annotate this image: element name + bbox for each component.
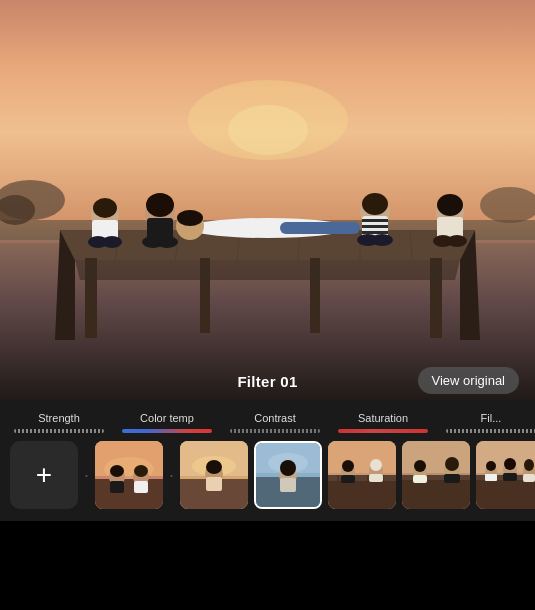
- svg-rect-113: [523, 474, 535, 482]
- filter-label: Filter 01: [237, 373, 297, 390]
- adjustment-filter: Fil...: [446, 412, 535, 433]
- filmstrip-thumb-5[interactable]: [402, 441, 470, 509]
- svg-point-38: [362, 193, 388, 215]
- filmstrip-thumb-6[interactable]: [476, 441, 535, 509]
- svg-point-86: [342, 460, 354, 472]
- svg-point-46: [437, 194, 463, 216]
- svg-point-109: [504, 458, 516, 470]
- contrast-slider[interactable]: [230, 429, 320, 433]
- adjustment-saturation: Saturation: [338, 412, 428, 433]
- svg-point-3: [228, 105, 308, 155]
- svg-rect-69: [206, 477, 222, 491]
- dot-separator-2: ·: [169, 465, 174, 486]
- adjustments-row: Strength Color temp Contrast Saturation …: [0, 412, 535, 433]
- svg-point-61: [134, 465, 148, 477]
- svg-rect-87: [341, 475, 355, 483]
- svg-point-58: [110, 465, 124, 477]
- svg-point-24: [93, 198, 117, 218]
- adjustment-contrast: Contrast: [230, 412, 320, 433]
- adjustment-colortemp: Color temp: [122, 412, 212, 433]
- svg-rect-59: [110, 481, 124, 493]
- svg-rect-41: [362, 225, 388, 228]
- contrast-label: Contrast: [254, 412, 296, 424]
- svg-rect-92: [402, 441, 470, 473]
- add-icon: +: [36, 461, 52, 489]
- svg-point-112: [524, 459, 534, 471]
- photo-area: Filter 01 View original: [0, 0, 535, 400]
- strength-slider[interactable]: [14, 429, 104, 433]
- filmstrip-thumb-4[interactable]: [328, 441, 396, 509]
- svg-rect-107: [485, 474, 497, 481]
- svg-point-35: [177, 210, 203, 226]
- svg-rect-97: [413, 475, 427, 483]
- svg-point-29: [146, 193, 174, 217]
- saturation-slider[interactable]: [338, 429, 428, 433]
- controls-panel: Strength Color temp Contrast Saturation …: [0, 400, 535, 521]
- filter-adj-label: Fil...: [481, 412, 502, 424]
- strength-label: Strength: [38, 412, 80, 424]
- colortemp-label: Color temp: [140, 412, 194, 424]
- adjustment-strength: Strength: [14, 412, 104, 433]
- view-original-button[interactable]: View original: [418, 367, 519, 394]
- filmstrip-thumb-1[interactable]: [95, 441, 163, 509]
- svg-rect-78: [328, 441, 396, 473]
- filter-adj-slider[interactable]: [446, 429, 535, 433]
- colortemp-slider[interactable]: [122, 429, 212, 433]
- filmstrip: + · ·: [0, 433, 535, 513]
- svg-rect-110: [503, 473, 517, 481]
- svg-rect-42: [362, 231, 388, 234]
- svg-rect-90: [369, 474, 383, 482]
- svg-point-106: [486, 461, 496, 471]
- svg-point-32: [156, 236, 178, 248]
- svg-point-27: [102, 236, 122, 248]
- svg-rect-100: [444, 474, 460, 483]
- svg-rect-56: [95, 479, 163, 509]
- svg-rect-36: [280, 222, 360, 234]
- svg-rect-62: [134, 481, 148, 493]
- dot-separator-1: ·: [84, 465, 89, 486]
- saturation-label: Saturation: [358, 412, 408, 424]
- filmstrip-add-button[interactable]: +: [10, 441, 78, 509]
- svg-rect-40: [362, 219, 388, 222]
- svg-point-89: [370, 459, 382, 471]
- svg-point-96: [414, 460, 426, 472]
- svg-marker-22: [75, 260, 460, 280]
- photo-scene: [0, 0, 535, 400]
- svg-point-75: [280, 460, 296, 476]
- svg-point-68: [206, 460, 222, 474]
- svg-point-44: [371, 234, 393, 246]
- svg-rect-79: [328, 477, 396, 509]
- filmstrip-thumb-3[interactable]: [254, 441, 322, 509]
- svg-rect-76: [280, 478, 296, 492]
- filmstrip-thumb-2[interactable]: [180, 441, 248, 509]
- svg-point-49: [447, 235, 467, 247]
- svg-point-99: [445, 457, 459, 471]
